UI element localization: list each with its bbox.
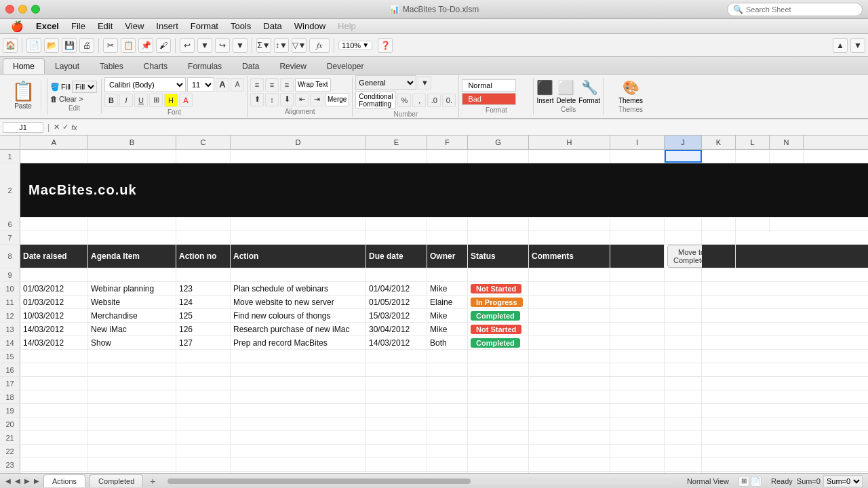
cell-F19[interactable] [427,404,468,417]
tab-formulas[interactable]: Formulas [178,58,232,74]
redo-dropdown[interactable]: ▼ [233,38,248,53]
horizontal-scrollbar[interactable] [167,479,671,484]
cell-action-10[interactable]: Plan schedule of webinars [231,282,366,295]
cell-B16[interactable] [88,363,176,376]
cell-J6[interactable] [665,218,702,230]
cell-L6[interactable] [736,218,770,230]
cell-A19[interactable] [20,404,88,417]
tab-data[interactable]: Data [232,58,269,74]
cell-E17[interactable] [366,377,427,390]
zoom-control[interactable]: 110% ▼ [338,41,372,50]
cell-G16[interactable] [468,363,529,376]
cell-F18[interactable] [427,390,468,403]
increase-font-button[interactable]: A [216,78,229,92]
cell-J10[interactable] [665,282,702,295]
cell-K6[interactable] [702,218,736,230]
close-button[interactable] [5,5,14,14]
cell-E6[interactable] [366,218,427,230]
cell-B19[interactable] [88,404,176,417]
sheet-tab-actions[interactable]: Actions [43,474,85,487]
cell-actionno-10[interactable]: 123 [176,282,231,295]
cell-K1[interactable] [702,150,736,163]
col-header-J[interactable]: J [665,136,702,149]
cell-I22[interactable] [610,445,665,458]
cell-due-11[interactable]: 01/05/2012 [366,296,427,308]
col-header-status[interactable]: Status [468,245,529,268]
cell-owner-10[interactable]: Mike [427,282,468,295]
font-color-button[interactable]: A [179,94,193,107]
col-header-I[interactable]: I [610,136,665,149]
cell-B9[interactable] [88,268,176,281]
col-header-agenda-item[interactable]: Agenda Item [88,245,176,268]
percent-btn[interactable]: % [397,94,411,107]
cell-G19[interactable] [468,404,529,417]
ribbon-up[interactable]: ▲ [833,38,848,53]
cell-F15[interactable] [427,350,468,363]
cell-G9[interactable] [468,268,529,281]
cell-D18[interactable] [231,390,366,403]
cell-actionno-11[interactable]: 124 [176,296,231,308]
cell-G22[interactable] [468,445,529,458]
col-header-H[interactable]: H [529,136,610,149]
cell-C9[interactable] [176,268,231,281]
normal-style-button[interactable]: Normal [462,79,516,92]
cell-D17[interactable] [231,377,366,390]
cell-D22[interactable] [231,445,366,458]
cell-B15[interactable] [88,350,176,363]
tab-tables[interactable]: Tables [90,58,134,74]
cell-owner-13[interactable]: Mike [427,323,468,336]
cell-D20[interactable] [231,418,366,430]
cell-agenda-12[interactable]: Merchandise [88,309,176,322]
cell-owner-12[interactable]: Mike [427,309,468,322]
col-header-action-no[interactable]: Action no [176,245,231,268]
cell-comments-14[interactable] [529,336,610,349]
cell-I11[interactable] [610,296,665,308]
cell-C16[interactable] [176,363,231,376]
cell-C6[interactable] [176,218,231,230]
cell-G18[interactable] [468,390,529,403]
cell-due-14[interactable]: 14/03/2012 [366,336,427,349]
cell-F17[interactable] [427,377,468,390]
align-left-btn[interactable]: ≡ [250,78,264,92]
cell-E20[interactable] [366,418,427,430]
cell-E9[interactable] [366,268,427,281]
tab-review[interactable]: Review [269,58,316,74]
indent-left-btn[interactable]: ⇤ [295,93,309,106]
new-button[interactable]: 📄 [26,38,41,53]
tab-home[interactable]: Home [3,58,45,74]
col-header-N[interactable]: N [770,136,804,149]
cell-C20[interactable] [176,418,231,430]
tools-menu[interactable]: Tools [225,20,256,33]
cell-F1[interactable] [427,150,468,163]
scroll-next-icon[interactable]: ▶ [24,477,30,485]
sort-button[interactable]: ↕▼ [274,38,289,53]
cell-I17[interactable] [610,377,665,390]
cell-agenda-13[interactable]: New iMac [88,323,176,336]
cell-action-12[interactable]: Find new colours of thongs [231,309,366,322]
font-family-select[interactable]: Calibri (Body) [104,77,186,92]
cell-J17[interactable] [665,377,702,390]
cell-status-11[interactable]: In Progress [468,296,529,308]
add-sheet-button[interactable]: + [147,474,158,488]
cell-H23[interactable] [529,458,610,471]
view-menu[interactable]: View [119,20,149,33]
col-header-action[interactable]: Action [231,245,366,268]
align-middle-btn[interactable]: ↕ [265,93,279,106]
col-header-L[interactable]: L [736,136,770,149]
cell-C19[interactable] [176,404,231,417]
search-input[interactable] [746,5,854,14]
cell-I7[interactable] [610,231,665,244]
number-format-expand[interactable]: ▼ [418,76,431,89]
help-menu[interactable]: Help [332,20,361,33]
cell-actionno-13[interactable]: 126 [176,323,231,336]
cell-D15[interactable] [231,350,366,363]
cell-agenda-10[interactable]: Webinar planning [88,282,176,295]
zoom-dropdown[interactable]: ▼ [362,41,369,49]
cell-H17[interactable] [529,377,610,390]
cell-H9[interactable] [529,268,610,281]
cell-D7[interactable] [231,231,366,244]
scroll-left-icon[interactable]: ◀ [5,477,11,485]
cell-status-13[interactable]: Not Started [468,323,529,336]
cell-H15[interactable] [529,350,610,363]
cell-F6[interactable] [427,218,468,230]
